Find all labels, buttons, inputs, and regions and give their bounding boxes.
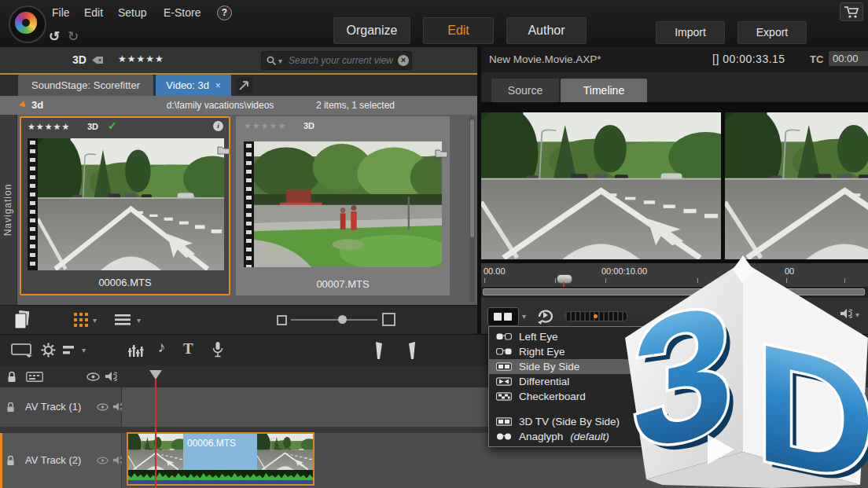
scorefitter-note-icon[interactable]: ♪ [158,339,166,356]
menu-estore[interactable]: E-Store [164,6,200,19]
list-view-caret-icon[interactable]: ▾ [137,317,141,325]
menu-item-label: Right Eye [519,344,565,359]
grid-view-caret-icon[interactable]: ▾ [93,317,97,325]
help-icon[interactable]: ? [217,6,232,20]
settings-gear-icon[interactable] [41,343,56,358]
tab-author[interactable]: Author [506,17,587,44]
title-editor-icon[interactable]: T [183,340,193,358]
tab-timeline[interactable]: Timeline [561,79,647,102]
lock-all-icon[interactable] [7,371,17,383]
audio-mixer-icon[interactable] [128,343,144,357]
redo-icon[interactable]: ↻ [68,28,79,45]
timeline-playhead-handle[interactable] [149,370,162,380]
search-input[interactable] [287,53,395,68]
menu-item-left-eye[interactable]: Left Eye [489,329,695,344]
monitor-eye-icon[interactable] [86,372,100,381]
loop-playback-icon[interactable] [535,306,555,325]
stereo-mode-button[interactable] [487,307,519,326]
preview-scrollbar[interactable] [481,287,868,298]
ruler-label-0: 00.00 [484,266,506,276]
asset-thumbnail[interactable] [28,138,224,270]
list-view-icon[interactable] [115,314,131,325]
preview-ruler[interactable]: 00.00 00:00:10.00 00 [481,263,868,287]
search-scope-caret-icon[interactable]: ▾ [278,57,282,65]
track-lock-icon[interactable] [6,402,15,413]
info-icon[interactable]: i [213,121,223,131]
stereo-mode-caret-icon[interactable]: ▾ [522,313,526,321]
preview-playhead-handle[interactable] [557,274,572,284]
asset-stars[interactable]: ★★★★★ [28,122,70,132]
asset-thumbnail[interactable] [244,141,442,267]
menu-item-checkerboard[interactable]: Checkerboard [489,389,695,404]
left-eye-glasses-icon [496,332,512,341]
tab-edit[interactable]: Edit [423,17,494,44]
monitor-speaker-icon[interactable] [105,371,117,382]
asset-3d-badge: 3D [303,121,314,130]
send-to-timeline-icon[interactable] [236,77,252,94]
asset-card-00007[interactable]: ★★★★★ 3D 00007.MTS [236,116,450,295]
menu-edit[interactable]: Edit [84,6,103,19]
asset-3d-badge: 3D [87,122,98,131]
asset-browser: Navigation ★★★★★ 3D ✓ i 00006.MTS [0,115,477,305]
menu-item-differential[interactable]: Differential [489,374,695,389]
tab-close-icon[interactable]: × [215,80,221,91]
volume-caret-icon[interactable]: ▾ [855,311,859,319]
asset-stars[interactable]: ★★★★★ [244,121,286,131]
tab-video-3d[interactable]: Video: 3d × [156,75,231,96]
grid-view-icon[interactable] [74,313,88,327]
search-icon[interactable] [266,55,277,66]
magnet-level-icon[interactable] [63,345,79,355]
folder-badge-icon [217,145,230,155]
menu-item-side-by-side[interactable]: Side By Side [489,359,695,374]
track-header[interactable]: AV Track (2) [2,433,122,488]
filmstrip-edge [244,141,255,267]
tab-soundstage[interactable]: SoundStage: Scorefitter [18,75,153,96]
export-button[interactable]: Export [737,21,807,44]
navigation-label: Navigation [2,184,13,237]
menu-item-label: 3D TV (Side By Side) [519,414,620,429]
scenes-stack-icon[interactable] [13,309,31,331]
timeline-playhead-line[interactable] [155,380,156,488]
rating-filter-stars[interactable]: ★★★★★ [118,53,164,64]
tab-organize[interactable]: Organize [333,17,410,44]
track-eye-icon[interactable] [97,457,108,464]
import-button[interactable]: Import [656,21,725,44]
asset-filename: 00007.MTS [236,278,450,290]
collection-label: 3D [72,53,86,66]
track-name: AV Track (1) [25,401,81,413]
magnet-level-caret-icon[interactable]: ▾ [82,347,86,354]
cart-icon[interactable] [840,2,863,21]
preview-left-eye [481,112,721,259]
thumb-zoom-large-icon[interactable] [382,313,395,326]
navigation-collapsed-tab[interactable]: Navigation [0,115,17,305]
menu-item-3d-tv[interactable]: 3D TV (Side By Side) [489,414,695,429]
mark-out-icon[interactable] [408,342,416,359]
mark-in-icon[interactable] [375,342,383,359]
track-header[interactable]: AV Track (1) [0,387,122,427]
track-display-icon[interactable] [11,343,33,358]
undo-icon[interactable]: ↺ [49,28,60,45]
tc-field[interactable]: 00:00 [829,51,868,66]
browser-scrollbar[interactable] [469,116,475,302]
menu-item-anaglyph[interactable]: Anaglyph (default) [489,429,695,444]
thumb-zoom-handle[interactable] [338,315,347,324]
thumb-zoom-small-icon[interactable] [277,315,287,325]
asset-card-00006[interactable]: ★★★★★ 3D ✓ i 00006.MTS [20,116,230,295]
voiceover-mic-icon[interactable] [212,341,223,358]
search-clear-icon[interactable]: × [398,55,409,66]
folder-bar[interactable]: 3d d:\family vacations\videos 2 items, 1… [0,96,477,115]
tab-source[interactable]: Source [491,79,559,102]
track-manager-icon[interactable] [26,372,43,382]
menu-file[interactable]: File [52,6,70,19]
track-lock-icon[interactable] [6,455,15,466]
menu-item-right-eye[interactable]: Right Eye [489,344,695,359]
thumb-zoom-track[interactable] [291,319,377,321]
library-panel: 3D ★★★★★ ▾ × SoundStage: Scorefitter Vid… [0,47,477,334]
folder-badge-icon [435,148,448,158]
tag-icon[interactable] [91,55,104,65]
track-eye-icon[interactable] [97,403,108,411]
volume-icon[interactable] [840,308,852,319]
shuttle-slider[interactable] [565,311,627,321]
folder-expand-icon[interactable] [19,101,28,109]
menu-setup[interactable]: Setup [118,6,147,19]
